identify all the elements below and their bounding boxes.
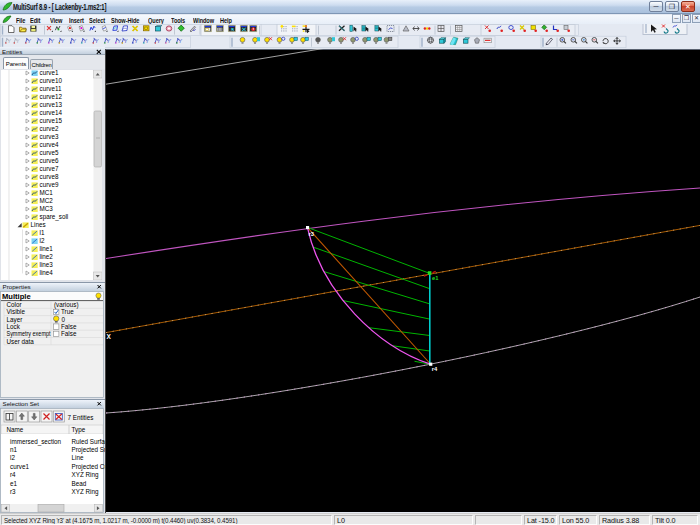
svg-text:curve3: curve3 — [40, 133, 59, 140]
svg-text:Color: Color — [7, 301, 22, 308]
svg-text:curve1: curve1 — [10, 463, 29, 470]
svg-text:Line: Line — [72, 454, 84, 461]
svg-text:curve8: curve8 — [40, 173, 59, 180]
svg-text:line3: line3 — [40, 261, 54, 268]
svg-text:curve9: curve9 — [40, 181, 59, 188]
svg-text:0: 0 — [62, 316, 66, 323]
svg-text:l2: l2 — [40, 237, 45, 244]
svg-text:curve4: curve4 — [40, 141, 59, 148]
svg-text:curve14: curve14 — [40, 109, 63, 116]
svg-text:MC2: MC2 — [40, 197, 54, 204]
svg-text:Type: Type — [72, 426, 86, 434]
svg-text:7 Entities: 7 Entities — [68, 414, 94, 421]
svg-text:Visible: Visible — [7, 308, 26, 315]
svg-text:False: False — [61, 323, 77, 330]
svg-text:r4: r4 — [432, 366, 438, 372]
svg-text:Bead: Bead — [72, 480, 87, 487]
svg-text:Name: Name — [7, 426, 24, 433]
svg-text:MC1: MC1 — [40, 189, 54, 196]
svg-text:User data: User data — [7, 338, 35, 345]
svg-text:MC3: MC3 — [40, 205, 54, 212]
svg-text:curve1: curve1 — [40, 70, 59, 76]
svg-text:r3: r3 — [10, 488, 16, 495]
svg-text:line2: line2 — [40, 253, 54, 260]
svg-text:Lock: Lock — [7, 323, 21, 330]
svg-text:XYZ Ring: XYZ Ring — [72, 471, 99, 479]
svg-text:curve7: curve7 — [40, 165, 59, 172]
svg-text:line1: line1 — [40, 245, 54, 252]
svg-text:curve10: curve10 — [40, 77, 63, 84]
svg-text:spare_soll: spare_soll — [40, 213, 69, 221]
svg-text:False: False — [61, 330, 77, 337]
svg-text:curve15: curve15 — [40, 117, 63, 124]
svg-text:l1: l1 — [40, 229, 45, 236]
svg-text:r3: r3 — [309, 231, 315, 237]
svg-text:Ruled Surfac: Ruled Surfac — [72, 438, 106, 445]
svg-text:True: True — [61, 308, 74, 315]
svg-text:curve6: curve6 — [40, 157, 59, 164]
svg-text:curve11: curve11 — [40, 85, 62, 92]
svg-text:l2: l2 — [10, 454, 15, 461]
svg-text:Lines: Lines — [31, 221, 46, 228]
svg-text:e1: e1 — [10, 480, 18, 487]
svg-text:line4: line4 — [40, 269, 54, 276]
svg-text:Properties: Properties — [3, 283, 31, 290]
svg-text:n1: n1 — [10, 446, 18, 453]
svg-text:r4: r4 — [10, 471, 16, 478]
svg-text:curve13: curve13 — [40, 101, 63, 108]
svg-text:curve12: curve12 — [40, 93, 63, 100]
svg-text:Projected Sn: Projected Sn — [72, 446, 106, 454]
svg-text:e1: e1 — [432, 275, 439, 281]
svg-text:Multiple: Multiple — [2, 292, 31, 301]
svg-text:curve5: curve5 — [40, 149, 59, 156]
svg-text:immersed_section: immersed_section — [10, 438, 62, 446]
svg-text:curve2: curve2 — [40, 125, 59, 132]
svg-text:X: X — [107, 333, 112, 340]
svg-text:XYZ Ring: XYZ Ring — [72, 488, 99, 496]
svg-text:Selection Set: Selection Set — [3, 400, 40, 407]
svg-text:Projected Cu: Projected Cu — [72, 463, 106, 471]
